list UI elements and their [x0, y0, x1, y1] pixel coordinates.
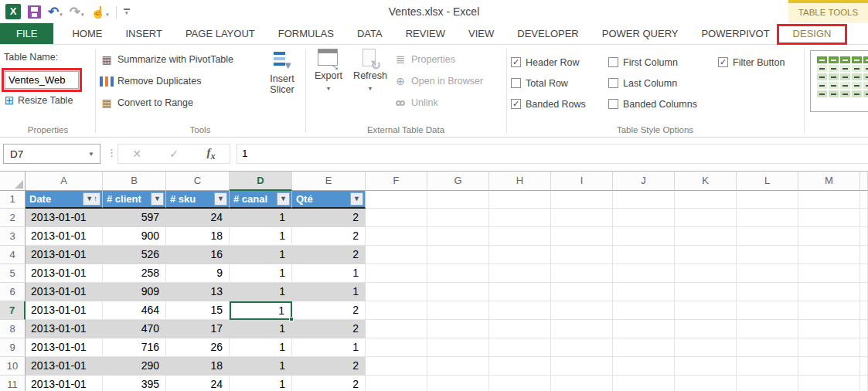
cell-I9[interactable]: [551, 338, 613, 357]
cell-J8[interactable]: [613, 320, 675, 338]
cell-F5[interactable]: [366, 264, 427, 283]
filter-button-date[interactable]: ▼↑: [83, 192, 100, 206]
cell-A10[interactable]: 2013-01-01: [26, 357, 103, 376]
cell-F9[interactable]: [366, 338, 427, 357]
touch-mouse-mode-button[interactable]: ☝▾: [91, 5, 109, 19]
cell-L8[interactable]: [737, 320, 798, 338]
refresh-button[interactable]: Refresh ▼: [350, 49, 390, 94]
cell-K3[interactable]: [675, 227, 737, 246]
filter-button-qt-[interactable]: ▼: [350, 192, 363, 206]
cell-B11[interactable]: 395: [103, 376, 166, 391]
redo-button[interactable]: ↷▾: [70, 5, 84, 19]
cell-F7[interactable]: [366, 301, 427, 320]
cell-L7[interactable]: [737, 301, 798, 320]
cell-M9[interactable]: [798, 338, 860, 357]
cell-J1[interactable]: [613, 191, 675, 209]
cell-D3[interactable]: 1: [230, 227, 292, 246]
cell-E6[interactable]: 1: [292, 283, 366, 301]
cell-A5[interactable]: 2013-01-01: [26, 264, 103, 283]
column-header-M[interactable]: M: [798, 172, 860, 191]
cell-C11[interactable]: 24: [166, 376, 230, 391]
cell-E10[interactable]: 2: [292, 357, 366, 376]
cell-B6[interactable]: 909: [103, 283, 166, 301]
formula-bar-splitter[interactable]: ⋮: [107, 147, 117, 158]
cell-F10[interactable]: [366, 357, 427, 376]
cell-M3[interactable]: [798, 227, 860, 246]
cell-J2[interactable]: [613, 209, 675, 227]
cell-F8[interactable]: [366, 320, 427, 338]
checkbox-filter-button[interactable]: ✓Filter Button: [718, 57, 803, 68]
cell-K6[interactable]: [675, 283, 737, 301]
active-cell-D7[interactable]: 1: [230, 301, 292, 320]
cell-G4[interactable]: [427, 246, 489, 264]
cell-B4[interactable]: 526: [103, 246, 166, 264]
row-header-3[interactable]: 3: [0, 227, 26, 246]
column-header-L[interactable]: L: [737, 172, 798, 191]
cell-F2[interactable]: [366, 209, 427, 227]
tab-file[interactable]: FILE: [0, 23, 53, 44]
cell-C10[interactable]: 18: [166, 357, 230, 376]
cell-C3[interactable]: 18: [166, 227, 230, 246]
cell-I6[interactable]: [551, 283, 613, 301]
row-header-8[interactable]: 8: [0, 320, 26, 338]
tab-formulas[interactable]: FORMULAS: [267, 23, 345, 44]
cell-H6[interactable]: [489, 283, 551, 301]
cell-K11[interactable]: [675, 376, 737, 391]
row-header-6[interactable]: 6: [0, 283, 26, 301]
formula-input[interactable]: 1: [237, 144, 868, 164]
cell-C4[interactable]: 16: [166, 246, 230, 264]
tab-page-layout[interactable]: PAGE LAYOUT: [174, 23, 267, 44]
cell-A7[interactable]: 2013-01-01: [26, 301, 103, 320]
cell-A2[interactable]: 2013-01-01: [26, 209, 103, 227]
cell-G3[interactable]: [427, 227, 489, 246]
column-header-B[interactable]: B: [103, 172, 166, 191]
cell-I8[interactable]: [551, 320, 613, 338]
cell-A6[interactable]: 2013-01-01: [26, 283, 103, 301]
cell-M11[interactable]: [798, 376, 860, 391]
cell-M8[interactable]: [798, 320, 860, 338]
cell-G6[interactable]: [427, 283, 489, 301]
cell-B10[interactable]: 290: [103, 357, 166, 376]
cell-C5[interactable]: 9: [166, 264, 230, 283]
tab-home[interactable]: HOME: [60, 23, 114, 44]
cell-K5[interactable]: [675, 264, 737, 283]
cell-F6[interactable]: [366, 283, 427, 301]
column-header-D[interactable]: D: [230, 172, 292, 191]
cell-D8[interactable]: 1: [230, 320, 292, 338]
cell-D5[interactable]: 1: [230, 264, 292, 283]
checkbox-header-row[interactable]: ✓Header Row: [511, 57, 608, 68]
column-header-E[interactable]: E: [292, 172, 366, 191]
cell-I3[interactable]: [551, 227, 613, 246]
cell-I2[interactable]: [551, 209, 613, 227]
cell-E11[interactable]: 2: [292, 376, 366, 391]
column-header-I[interactable]: I: [551, 172, 613, 191]
cell-G11[interactable]: [427, 376, 489, 391]
cell-B9[interactable]: 716: [103, 338, 166, 357]
cell-G7[interactable]: [427, 301, 489, 320]
cell-B8[interactable]: 470: [103, 320, 166, 338]
row-header-10[interactable]: 10: [0, 357, 26, 376]
cell-K7[interactable]: [675, 301, 737, 320]
cell-K8[interactable]: [675, 320, 737, 338]
cell-I7[interactable]: [551, 301, 613, 320]
cell-M6[interactable]: [798, 283, 860, 301]
cell-H9[interactable]: [489, 338, 551, 357]
cell-G9[interactable]: [427, 338, 489, 357]
cell-G2[interactable]: [427, 209, 489, 227]
tab-developer[interactable]: DEVELOPER: [505, 23, 590, 44]
cell-E5[interactable]: 1: [292, 264, 366, 283]
cell-K1[interactable]: [675, 191, 737, 209]
filter-button--sku[interactable]: ▼: [214, 192, 227, 206]
tab-view[interactable]: VIEW: [457, 23, 505, 44]
cell-E9[interactable]: 1: [292, 338, 366, 357]
cell-J4[interactable]: [613, 246, 675, 264]
cell-D4[interactable]: 1: [230, 246, 292, 264]
insert-slicer-button[interactable]: Insert Slicer: [262, 49, 302, 95]
column-header-K[interactable]: K: [675, 172, 737, 191]
cell-M10[interactable]: [798, 357, 860, 376]
resize-table-button[interactable]: ⊞ Resize Table: [3, 94, 73, 107]
cell-C9[interactable]: 26: [166, 338, 230, 357]
convert-to-range-button[interactable]: ▦ Convert to Range: [100, 92, 233, 114]
checkbox-total-row[interactable]: Total Row: [511, 78, 608, 89]
summarize-with-pivottable-button[interactable]: ▦ Summarize with PivotTable: [100, 49, 233, 70]
